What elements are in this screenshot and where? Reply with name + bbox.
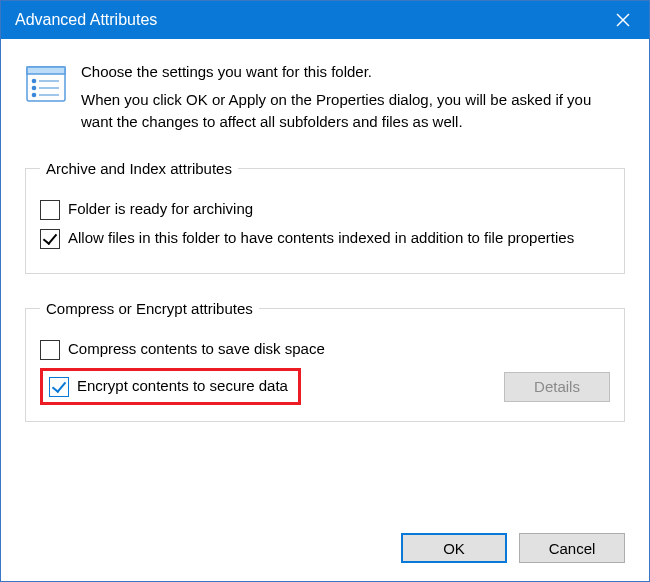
dialog-title: Advanced Attributes	[15, 11, 597, 29]
close-icon	[616, 13, 630, 27]
archive-row: Folder is ready for archiving	[40, 199, 610, 220]
intro-row: Choose the settings you want for this fo…	[25, 61, 625, 132]
index-label[interactable]: Allow files in this folder to have conte…	[68, 228, 610, 248]
compress-encrypt-legend: Compress or Encrypt attributes	[40, 300, 259, 317]
encrypt-label[interactable]: Encrypt contents to secure data	[77, 376, 288, 396]
svg-point-8	[32, 93, 37, 98]
compress-checkbox[interactable]	[40, 340, 60, 360]
svg-point-4	[32, 79, 37, 84]
archive-checkbox[interactable]	[40, 200, 60, 220]
intro-line2: When you click OK or Apply on the Proper…	[81, 89, 625, 133]
index-row: Allow files in this folder to have conte…	[40, 228, 610, 249]
compress-row: Compress contents to save disk space	[40, 339, 610, 360]
compress-label[interactable]: Compress contents to save disk space	[68, 339, 610, 359]
svg-point-6	[32, 86, 37, 91]
svg-rect-3	[27, 67, 65, 74]
archive-label[interactable]: Folder is ready for archiving	[68, 199, 610, 219]
compress-encrypt-group: Compress or Encrypt attributes Compress …	[25, 300, 625, 422]
settings-list-icon	[25, 63, 67, 105]
archive-index-group: Archive and Index attributes Folder is r…	[25, 160, 625, 274]
titlebar: Advanced Attributes	[1, 1, 649, 39]
dialog-footer: OK Cancel	[25, 527, 625, 563]
archive-index-legend: Archive and Index attributes	[40, 160, 238, 177]
details-button: Details	[504, 372, 610, 402]
encrypt-row: Encrypt contents to secure data	[49, 376, 288, 397]
close-button[interactable]	[597, 1, 649, 39]
encrypt-highlight: Encrypt contents to secure data	[40, 368, 301, 405]
index-checkbox[interactable]	[40, 229, 60, 249]
dialog-content: Choose the settings you want for this fo…	[1, 39, 649, 581]
ok-button[interactable]: OK	[401, 533, 507, 563]
intro-text: Choose the settings you want for this fo…	[81, 61, 625, 132]
cancel-button[interactable]: Cancel	[519, 533, 625, 563]
encrypt-checkbox[interactable]	[49, 377, 69, 397]
advanced-attributes-dialog: Advanced Attributes Choose the settings …	[0, 0, 650, 582]
intro-line1: Choose the settings you want for this fo…	[81, 61, 625, 83]
encrypt-row-container: Encrypt contents to secure data Details	[40, 368, 610, 405]
